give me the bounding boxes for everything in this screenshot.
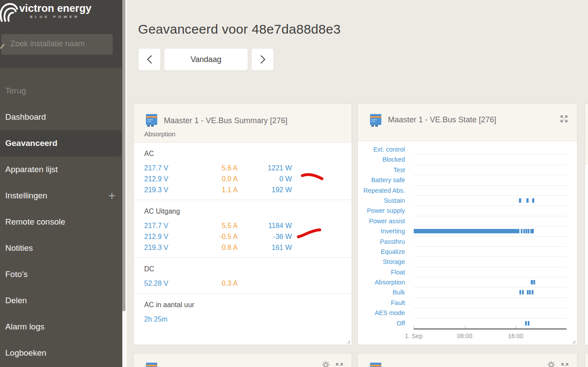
power-value: 161 W (238, 244, 292, 252)
sidebar-item-label: Apparaten lijst (5, 165, 58, 174)
sidebar-item-label: Geavanceerd (5, 138, 57, 148)
axis-tick (465, 325, 465, 329)
state-timeline-chart: Ext. controlBlockedTestBattery safeRepea… (358, 145, 577, 329)
current-value: 0.3 A (200, 280, 238, 287)
summary-section: DC52.28 V0.3 A (134, 257, 352, 293)
value-row: 217.7 V5.5 A1184 W (144, 220, 341, 231)
inverter-device-icon (370, 113, 382, 128)
next-day-button[interactable] (251, 48, 274, 71)
section-label: DC (144, 264, 341, 274)
power-value: 1221 W (238, 164, 292, 172)
expand-icon[interactable] (560, 362, 569, 367)
value-row: 2h 25m (144, 314, 341, 325)
state-track (414, 257, 567, 267)
gear-icon[interactable] (322, 361, 330, 367)
sidebar-header: victron energy BLUE POWER Zoek installat… (0, 0, 127, 68)
state-label: AES mode (358, 308, 405, 318)
search-icon (0, 44, 5, 49)
summary-section: AC Uitgang217.7 V5.5 A1184 W212.9 V-0.5 … (134, 200, 352, 257)
state-bar-segment (530, 229, 534, 233)
section-label: AC Uitgang (144, 206, 341, 217)
sidebar-item-dashboard[interactable]: Dashboard (0, 104, 127, 130)
sidebar-item-logboeken[interactable]: Logboeken (0, 340, 127, 366)
resize-grip[interactable] (571, 339, 575, 343)
sidebar-item-instellingen[interactable]: Instellingen+ (0, 183, 127, 209)
state-row: Test (358, 165, 577, 175)
state-label: Power supply (358, 206, 405, 216)
inverter-device-icon (370, 361, 382, 367)
gear-icon[interactable] (547, 361, 555, 367)
card-subtitle: Absorption (144, 130, 176, 138)
summary-section: AC in aantal uur2h 25m (134, 293, 352, 329)
sidebar-item-apparaten-lijst[interactable]: Apparaten lijst (0, 156, 127, 183)
state-label: Ext. control (358, 145, 405, 155)
state-bar-segment (522, 290, 524, 294)
prev-day-button[interactable] (138, 48, 161, 71)
section-label: AC in aantal uur (144, 300, 341, 310)
sidebar-item-notities[interactable]: Notities (0, 235, 127, 261)
sidebar-item-alarm-logs[interactable]: Alarm logs (0, 314, 127, 340)
axis-tick (414, 325, 414, 329)
voltage-value: 2h 25m (144, 315, 200, 323)
axis-tick-label: 08:00 (457, 332, 472, 339)
state-row: Float (358, 267, 577, 277)
sidebar-item-terug[interactable]: Terug (0, 78, 127, 104)
state-bar-segment (532, 198, 534, 203)
sidebar-item-geavanceerd[interactable]: Geavanceerd (0, 130, 121, 156)
current-value: 0.0 A (200, 175, 238, 183)
state-row: Sustain (358, 196, 577, 206)
state-label: Float (358, 267, 405, 277)
state-row: AES mode (358, 308, 577, 318)
state-track (414, 277, 567, 287)
sidebar-item-label: Alarm logs (5, 322, 45, 332)
state-track (414, 226, 567, 236)
state-label: Absorption (358, 277, 405, 287)
power-value: 1184 W (238, 222, 292, 230)
state-row: Storage (358, 257, 577, 267)
axis-tick (515, 325, 516, 329)
resize-grip[interactable] (346, 339, 350, 343)
state-label: Bulk (358, 287, 405, 298)
sidebar-scrollbar[interactable] (122, 0, 127, 367)
state-label: Storage (358, 257, 405, 267)
power-value: 0 W (238, 175, 292, 183)
scrollbar-thumb[interactable] (122, 0, 125, 311)
state-label: Off (358, 319, 405, 329)
state-track (414, 186, 567, 196)
card-header (134, 353, 352, 367)
search-input[interactable]: Zoek installatie naam (1, 34, 113, 55)
plus-icon[interactable]: + (108, 189, 115, 203)
state-track (414, 196, 567, 206)
state-row: Blocked (358, 155, 577, 165)
state-row: Power assist (358, 216, 577, 226)
chevron-right-icon (260, 55, 266, 64)
value-row: 212.9 V0.0 A0 W (144, 173, 341, 184)
state-bar-segment (519, 290, 521, 294)
state-bar-segment (519, 198, 521, 203)
voltage-value: 219.3 V (144, 244, 200, 252)
today-button[interactable]: Vandaag (164, 48, 248, 71)
state-bar-segment (532, 290, 533, 294)
partial-card-bottom-right (357, 353, 578, 367)
state-label: Passthru (358, 237, 405, 247)
partial-card-top-right (585, 103, 588, 345)
sidebar-item-label: Terug (5, 86, 26, 96)
card-header: Maaster 1 - VE.Bus Summary [276] Absorpt… (134, 104, 352, 142)
expand-icon[interactable] (335, 362, 344, 367)
state-bar-segment (529, 290, 531, 294)
sidebar-item-remote-console[interactable]: Remote console (0, 209, 127, 235)
sidebar-item-label: Dashboard (5, 112, 46, 122)
sidebar-item-foto-s[interactable]: Foto's (0, 261, 127, 287)
state-track (414, 216, 567, 226)
value-row: 219.3 V1.1 A192 W (144, 184, 341, 195)
card-header (585, 104, 588, 164)
sidebar-item-delen[interactable]: Delen (0, 287, 127, 314)
expand-icon[interactable] (560, 114, 568, 123)
state-bar-segment (523, 229, 525, 233)
state-track (414, 237, 567, 247)
state-bar-segment (414, 229, 519, 233)
state-row: Repeated Abs. (358, 186, 577, 196)
state-row: Off (358, 319, 577, 329)
state-track (414, 165, 567, 175)
state-track (414, 298, 567, 308)
